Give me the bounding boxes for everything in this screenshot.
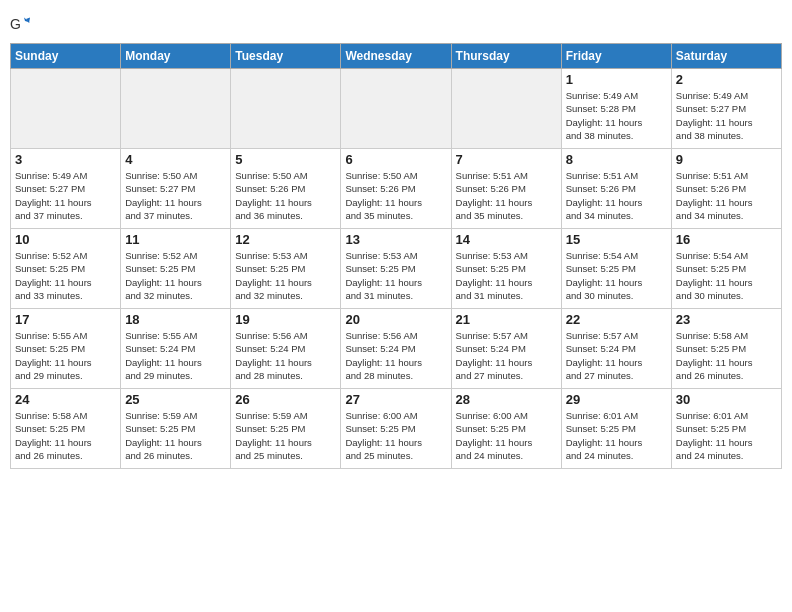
day-number: 23 [676,312,777,327]
day-number: 4 [125,152,226,167]
day-number: 8 [566,152,667,167]
weekday-header-row: SundayMondayTuesdayWednesdayThursdayFrid… [11,44,782,69]
calendar-cell: 5Sunrise: 5:50 AM Sunset: 5:26 PM Daylig… [231,149,341,229]
day-number: 26 [235,392,336,407]
day-number: 12 [235,232,336,247]
calendar-cell: 12Sunrise: 5:53 AM Sunset: 5:25 PM Dayli… [231,229,341,309]
day-info: Sunrise: 5:53 AM Sunset: 5:25 PM Dayligh… [345,249,446,302]
weekday-header-tuesday: Tuesday [231,44,341,69]
calendar-table: SundayMondayTuesdayWednesdayThursdayFrid… [10,43,782,469]
calendar-cell: 14Sunrise: 5:53 AM Sunset: 5:25 PM Dayli… [451,229,561,309]
weekday-header-thursday: Thursday [451,44,561,69]
day-info: Sunrise: 5:54 AM Sunset: 5:25 PM Dayligh… [566,249,667,302]
calendar-cell: 21Sunrise: 5:57 AM Sunset: 5:24 PM Dayli… [451,309,561,389]
day-info: Sunrise: 6:01 AM Sunset: 5:25 PM Dayligh… [676,409,777,462]
day-info: Sunrise: 6:00 AM Sunset: 5:25 PM Dayligh… [345,409,446,462]
day-info: Sunrise: 5:53 AM Sunset: 5:25 PM Dayligh… [456,249,557,302]
calendar-cell: 6Sunrise: 5:50 AM Sunset: 5:26 PM Daylig… [341,149,451,229]
calendar-cell: 17Sunrise: 5:55 AM Sunset: 5:25 PM Dayli… [11,309,121,389]
weekday-header-monday: Monday [121,44,231,69]
day-info: Sunrise: 5:57 AM Sunset: 5:24 PM Dayligh… [566,329,667,382]
day-info: Sunrise: 5:58 AM Sunset: 5:25 PM Dayligh… [676,329,777,382]
calendar-cell: 8Sunrise: 5:51 AM Sunset: 5:26 PM Daylig… [561,149,671,229]
day-number: 30 [676,392,777,407]
week-row-5: 24Sunrise: 5:58 AM Sunset: 5:25 PM Dayli… [11,389,782,469]
calendar-cell: 3Sunrise: 5:49 AM Sunset: 5:27 PM Daylig… [11,149,121,229]
calendar-cell: 25Sunrise: 5:59 AM Sunset: 5:25 PM Dayli… [121,389,231,469]
weekday-header-sunday: Sunday [11,44,121,69]
logo: G [10,15,32,35]
day-number: 24 [15,392,116,407]
calendar-cell: 2Sunrise: 5:49 AM Sunset: 5:27 PM Daylig… [671,69,781,149]
day-number: 16 [676,232,777,247]
day-number: 5 [235,152,336,167]
calendar-cell: 24Sunrise: 5:58 AM Sunset: 5:25 PM Dayli… [11,389,121,469]
calendar-cell: 9Sunrise: 5:51 AM Sunset: 5:26 PM Daylig… [671,149,781,229]
calendar-cell: 15Sunrise: 5:54 AM Sunset: 5:25 PM Dayli… [561,229,671,309]
day-number: 22 [566,312,667,327]
week-row-1: 1Sunrise: 5:49 AM Sunset: 5:28 PM Daylig… [11,69,782,149]
day-info: Sunrise: 5:51 AM Sunset: 5:26 PM Dayligh… [456,169,557,222]
week-row-2: 3Sunrise: 5:49 AM Sunset: 5:27 PM Daylig… [11,149,782,229]
svg-text:G: G [10,16,21,32]
calendar-cell: 26Sunrise: 5:59 AM Sunset: 5:25 PM Dayli… [231,389,341,469]
calendar-cell: 4Sunrise: 5:50 AM Sunset: 5:27 PM Daylig… [121,149,231,229]
calendar-cell: 11Sunrise: 5:52 AM Sunset: 5:25 PM Dayli… [121,229,231,309]
calendar-cell [231,69,341,149]
calendar-cell: 18Sunrise: 5:55 AM Sunset: 5:24 PM Dayli… [121,309,231,389]
week-row-4: 17Sunrise: 5:55 AM Sunset: 5:25 PM Dayli… [11,309,782,389]
day-number: 18 [125,312,226,327]
week-row-3: 10Sunrise: 5:52 AM Sunset: 5:25 PM Dayli… [11,229,782,309]
weekday-header-friday: Friday [561,44,671,69]
day-info: Sunrise: 5:49 AM Sunset: 5:27 PM Dayligh… [15,169,116,222]
calendar-cell: 1Sunrise: 5:49 AM Sunset: 5:28 PM Daylig… [561,69,671,149]
day-number: 29 [566,392,667,407]
day-info: Sunrise: 5:55 AM Sunset: 5:24 PM Dayligh… [125,329,226,382]
calendar-cell: 22Sunrise: 5:57 AM Sunset: 5:24 PM Dayli… [561,309,671,389]
calendar-cell [11,69,121,149]
day-info: Sunrise: 5:50 AM Sunset: 5:27 PM Dayligh… [125,169,226,222]
day-number: 27 [345,392,446,407]
day-info: Sunrise: 5:59 AM Sunset: 5:25 PM Dayligh… [235,409,336,462]
day-number: 7 [456,152,557,167]
day-number: 19 [235,312,336,327]
header: G [10,10,782,35]
calendar-cell: 10Sunrise: 5:52 AM Sunset: 5:25 PM Dayli… [11,229,121,309]
weekday-header-wednesday: Wednesday [341,44,451,69]
calendar-cell: 29Sunrise: 6:01 AM Sunset: 5:25 PM Dayli… [561,389,671,469]
day-info: Sunrise: 6:00 AM Sunset: 5:25 PM Dayligh… [456,409,557,462]
day-info: Sunrise: 5:57 AM Sunset: 5:24 PM Dayligh… [456,329,557,382]
day-number: 11 [125,232,226,247]
calendar-cell: 19Sunrise: 5:56 AM Sunset: 5:24 PM Dayli… [231,309,341,389]
calendar-cell [121,69,231,149]
logo-icon: G [10,15,30,35]
day-info: Sunrise: 5:50 AM Sunset: 5:26 PM Dayligh… [235,169,336,222]
day-info: Sunrise: 5:55 AM Sunset: 5:25 PM Dayligh… [15,329,116,382]
calendar-cell: 28Sunrise: 6:00 AM Sunset: 5:25 PM Dayli… [451,389,561,469]
calendar-cell: 13Sunrise: 5:53 AM Sunset: 5:25 PM Dayli… [341,229,451,309]
day-number: 14 [456,232,557,247]
day-number: 10 [15,232,116,247]
day-info: Sunrise: 6:01 AM Sunset: 5:25 PM Dayligh… [566,409,667,462]
logo-area: G [10,10,32,35]
day-number: 6 [345,152,446,167]
day-number: 3 [15,152,116,167]
day-number: 2 [676,72,777,87]
calendar-cell: 20Sunrise: 5:56 AM Sunset: 5:24 PM Dayli… [341,309,451,389]
calendar-cell [341,69,451,149]
calendar-cell: 7Sunrise: 5:51 AM Sunset: 5:26 PM Daylig… [451,149,561,229]
day-number: 15 [566,232,667,247]
calendar-cell: 16Sunrise: 5:54 AM Sunset: 5:25 PM Dayli… [671,229,781,309]
calendar-cell: 27Sunrise: 6:00 AM Sunset: 5:25 PM Dayli… [341,389,451,469]
day-info: Sunrise: 5:56 AM Sunset: 5:24 PM Dayligh… [345,329,446,382]
day-number: 1 [566,72,667,87]
day-number: 25 [125,392,226,407]
day-info: Sunrise: 5:49 AM Sunset: 5:27 PM Dayligh… [676,89,777,142]
day-info: Sunrise: 5:54 AM Sunset: 5:25 PM Dayligh… [676,249,777,302]
calendar-cell [451,69,561,149]
day-number: 21 [456,312,557,327]
day-number: 13 [345,232,446,247]
day-info: Sunrise: 5:56 AM Sunset: 5:24 PM Dayligh… [235,329,336,382]
calendar-cell: 23Sunrise: 5:58 AM Sunset: 5:25 PM Dayli… [671,309,781,389]
day-info: Sunrise: 5:49 AM Sunset: 5:28 PM Dayligh… [566,89,667,142]
